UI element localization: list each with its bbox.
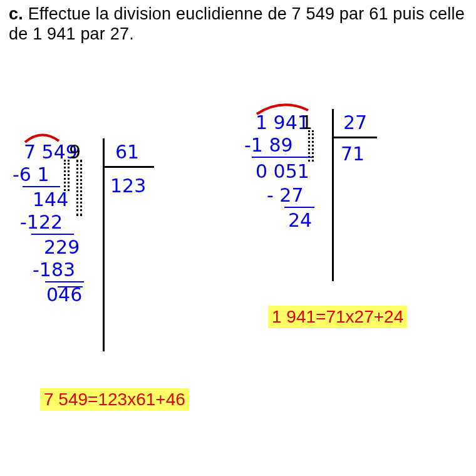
question-label: c. <box>9 4 23 23</box>
quotient-1: 123 <box>110 175 146 197</box>
step2-line-1 <box>31 234 74 235</box>
long-division-2: 1 941 1 27 71 -1 89 0 051 - 27 24 <box>256 111 443 287</box>
divisor-1: 61 <box>115 141 139 163</box>
dotted-2a <box>308 130 310 162</box>
step1-sub-2: -1 89 <box>244 134 293 156</box>
long-division-1: 7 549 9 61 123 -6 1 144 -122 229 -183 04… <box>24 141 199 348</box>
division-bar-vertical-2 <box>332 109 334 281</box>
question-text: c. Effectue la division euclidienne de 7… <box>9 4 467 44</box>
remainder-2: 24 <box>288 209 312 231</box>
step1-sub-1: -6 1 <box>13 163 49 185</box>
dotted-1a <box>64 160 66 191</box>
dotted-2b <box>312 130 314 162</box>
dividend-2-last: 1 <box>301 111 313 133</box>
quotient-2: 71 <box>341 143 365 165</box>
remainder-top-1 <box>58 286 83 287</box>
step1-line-1 <box>23 186 60 187</box>
dotted-1c <box>76 160 78 216</box>
step2-res-1: 229 <box>44 236 80 258</box>
step1-res-1: 144 <box>33 189 68 210</box>
dividend-1-last: 9 <box>69 141 81 163</box>
step2-sub-2: - 27 <box>267 184 304 206</box>
divisor-2: 27 <box>343 111 367 133</box>
dotted-1d <box>80 160 82 216</box>
division-bar-horizontal-1 <box>104 166 154 168</box>
division-bar-horizontal-2 <box>333 137 377 138</box>
step3-line-1 <box>45 281 84 282</box>
equation-1: 7 549=123x61+46 <box>40 388 189 411</box>
step2-line-2 <box>284 207 314 208</box>
step2-sub-1: -122 <box>20 211 63 233</box>
equation-2: 1 941=71x27+24 <box>268 306 407 328</box>
dotted-1b <box>68 160 70 191</box>
question-body: Effectue la division euclidienne de 7 54… <box>9 4 465 43</box>
step3-sub-1: -183 <box>33 259 75 281</box>
step1-line-2 <box>252 157 312 158</box>
division-bar-vertical-1 <box>103 138 105 351</box>
step1-res-2: 0 051 <box>256 160 309 182</box>
